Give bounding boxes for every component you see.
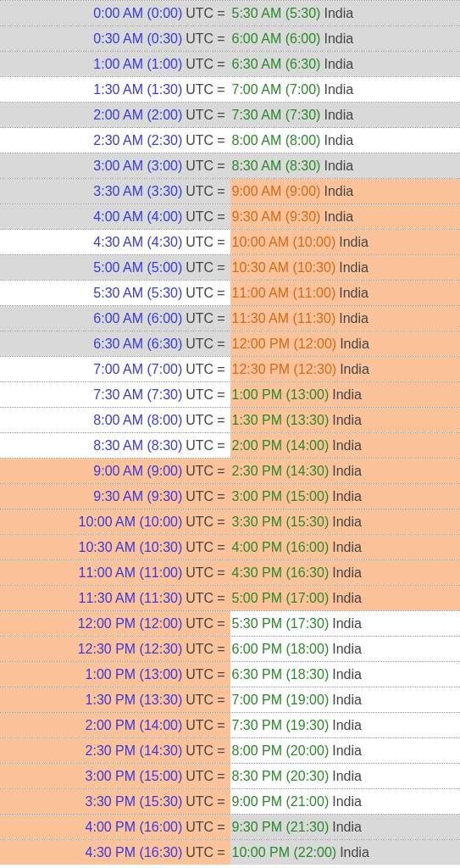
india-cell: 9:00 AM (9:00)India xyxy=(230,179,461,203)
utc-time: 1:00 AM (1:00) xyxy=(93,57,182,72)
india-time: 10:00 PM (22:00) xyxy=(232,845,337,860)
india-time: 12:00 PM (12:00) xyxy=(232,337,337,352)
equals-sign: = xyxy=(213,489,228,504)
india-cell: 7:00 AM (7:00)India xyxy=(230,77,461,102)
utc-cell: 11:30 AM (11:30)UTC= xyxy=(0,586,230,610)
india-label: India xyxy=(332,794,362,810)
utc-cell: 10:30 AM (10:30)UTC= xyxy=(0,535,230,559)
utc-time: 0:00 AM (0:00) xyxy=(93,6,182,21)
table-row: 1:00 AM (1:00)UTC=6:30 AM (6:30)India xyxy=(0,51,460,76)
utc-cell: 8:00 AM (8:00)UTC= xyxy=(0,408,230,432)
india-time: 1:00 PM (13:00) xyxy=(232,387,330,403)
utc-time: 5:30 AM (5:30) xyxy=(93,286,182,301)
utc-label: UTC xyxy=(186,31,213,47)
utc-time: 5:00 AM (5:00) xyxy=(93,260,182,275)
india-cell: 2:00 PM (14:00)India xyxy=(230,433,461,458)
india-cell: 6:00 PM (18:00)India xyxy=(230,637,461,661)
utc-time: 10:00 AM (10:00) xyxy=(79,515,183,530)
equals-sign: = xyxy=(213,515,228,530)
table-row: 7:00 AM (7:00)UTC=12:30 PM (12:30)India xyxy=(0,356,460,381)
equals-sign: = xyxy=(213,464,228,479)
equals-sign: = xyxy=(213,337,228,352)
india-time: 6:30 PM (18:30) xyxy=(232,667,330,682)
india-cell: 7:30 AM (7:30)India xyxy=(230,103,461,127)
utc-cell: 0:00 AM (0:00)UTC= xyxy=(0,1,230,25)
india-time: 9:30 AM (9:30) xyxy=(232,209,321,225)
table-row: 1:00 PM (13:00)UTC=6:30 PM (18:30)India xyxy=(0,661,460,687)
utc-time: 12:30 PM (12:30) xyxy=(78,642,183,657)
equals-sign: = xyxy=(213,82,228,97)
equals-sign: = xyxy=(213,693,228,708)
india-cell: 11:00 AM (11:00)India xyxy=(230,281,461,305)
table-row: 0:00 AM (0:00)UTC=5:30 AM (5:30)India xyxy=(0,0,460,25)
india-label: India xyxy=(332,642,362,657)
india-cell: 1:00 PM (13:00)India xyxy=(230,382,461,407)
equals-sign: = xyxy=(213,235,228,250)
india-time: 5:30 AM (5:30) xyxy=(232,6,321,21)
table-row: 10:00 AM (10:00)UTC=3:30 PM (15:30)India xyxy=(0,509,460,534)
india-label: India xyxy=(339,260,369,275)
utc-cell: 3:30 PM (15:30)UTC= xyxy=(0,789,230,814)
india-label: India xyxy=(332,820,362,835)
utc-cell: 1:30 AM (1:30)UTC= xyxy=(0,77,230,102)
india-time: 7:30 PM (19:30) xyxy=(232,718,330,733)
india-cell: 8:30 PM (20:30)India xyxy=(230,764,461,788)
table-row: 2:30 AM (2:30)UTC=8:00 AM (8:00)India xyxy=(0,127,460,153)
utc-time: 9:30 AM (9:30) xyxy=(93,489,182,504)
utc-label: UTC xyxy=(186,489,213,504)
equals-sign: = xyxy=(213,616,228,632)
table-row: 12:30 PM (12:30)UTC=6:00 PM (18:00)India xyxy=(0,636,460,661)
india-time: 10:00 AM (10:00) xyxy=(232,235,336,250)
equals-sign: = xyxy=(213,642,228,657)
india-label: India xyxy=(332,616,362,632)
india-label: India xyxy=(324,159,353,174)
india-label: India xyxy=(332,667,362,682)
india-label: India xyxy=(339,311,369,326)
india-cell: 3:30 PM (15:30)India xyxy=(230,509,461,534)
utc-label: UTC xyxy=(186,515,213,530)
table-row: 1:30 PM (13:30)UTC=7:00 PM (19:00)India xyxy=(0,687,460,712)
equals-sign: = xyxy=(213,565,228,581)
utc-time: 3:30 AM (3:30) xyxy=(93,184,182,199)
utc-cell: 4:00 AM (4:00)UTC= xyxy=(0,204,230,229)
utc-cell: 1:00 PM (13:00)UTC= xyxy=(0,662,230,687)
india-cell: 5:30 AM (5:30)India xyxy=(230,1,461,25)
utc-cell: 8:30 AM (8:30)UTC= xyxy=(0,433,230,458)
india-time: 6:00 AM (6:00) xyxy=(232,31,321,47)
equals-sign: = xyxy=(213,769,228,784)
india-label: India xyxy=(332,565,362,581)
table-row: 10:30 AM (10:30)UTC=4:00 PM (16:00)India xyxy=(0,534,460,559)
india-time: 11:30 AM (11:30) xyxy=(232,311,336,326)
utc-time: 10:30 AM (10:30) xyxy=(79,540,183,555)
equals-sign: = xyxy=(213,260,228,275)
india-label: India xyxy=(324,133,353,148)
utc-label: UTC xyxy=(186,591,213,606)
utc-cell: 1:30 PM (13:30)UTC= xyxy=(0,687,230,712)
utc-label: UTC xyxy=(186,845,213,860)
india-label: India xyxy=(340,845,369,860)
india-cell: 8:00 PM (20:00)India xyxy=(230,738,461,763)
table-row: 8:30 AM (8:30)UTC=2:00 PM (14:00)India xyxy=(0,432,460,458)
table-row: 0:30 AM (0:30)UTC=6:00 AM (6:00)India xyxy=(0,25,460,51)
utc-label: UTC xyxy=(186,260,213,275)
utc-label: UTC xyxy=(186,743,213,759)
utc-cell: 5:00 AM (5:00)UTC= xyxy=(0,255,230,280)
table-row: 7:30 AM (7:30)UTC=1:00 PM (13:00)India xyxy=(0,381,460,407)
india-cell: 10:30 AM (10:30)India xyxy=(230,255,461,280)
india-cell: 7:30 PM (19:30)India xyxy=(230,713,461,737)
india-cell: 12:30 PM (12:30)India xyxy=(230,357,461,381)
utc-cell: 3:00 AM (3:00)UTC= xyxy=(0,153,230,178)
utc-cell: 4:00 PM (16:00)UTC= xyxy=(0,815,230,839)
utc-time: 7:30 AM (7:30) xyxy=(93,387,182,403)
table-row: 4:00 AM (4:00)UTC=9:30 AM (9:30)India xyxy=(0,203,460,229)
india-time: 3:00 PM (15:00) xyxy=(232,489,330,504)
utc-label: UTC xyxy=(186,82,213,97)
utc-cell: 3:30 AM (3:30)UTC= xyxy=(0,179,230,203)
table-row: 5:00 AM (5:00)UTC=10:30 AM (10:30)India xyxy=(0,254,460,280)
india-label: India xyxy=(324,108,353,123)
utc-label: UTC xyxy=(186,159,213,174)
equals-sign: = xyxy=(213,794,228,810)
india-time: 5:00 PM (17:00) xyxy=(232,591,330,606)
utc-label: UTC xyxy=(186,464,213,479)
india-label: India xyxy=(332,591,362,606)
